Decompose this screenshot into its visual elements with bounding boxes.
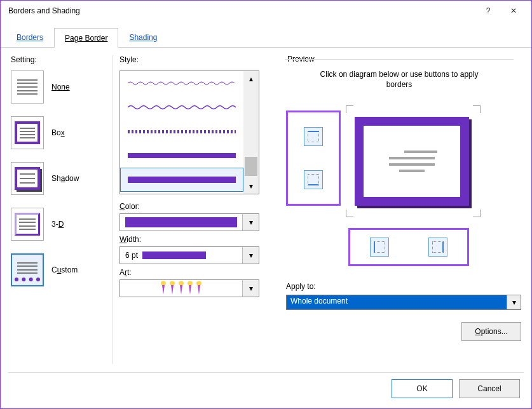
color-dropdown[interactable]: ▾ xyxy=(119,213,259,231)
style-title: Style: xyxy=(119,55,272,64)
preview-area: Click on diagram below or use buttons to… xyxy=(285,59,514,288)
svg-point-4 xyxy=(196,281,201,286)
close-button[interactable]: ✕ xyxy=(501,2,526,20)
chevron-down-icon[interactable]: ▾ xyxy=(242,280,259,297)
options-button[interactable]: Options... xyxy=(461,322,521,341)
setting-box[interactable]: Box xyxy=(11,116,106,149)
footer-buttons: OK Cancel xyxy=(392,379,520,398)
apply-to-label: Apply to: xyxy=(286,282,316,291)
setting-none[interactable]: None xyxy=(11,70,106,104)
scroll-thumb[interactable] xyxy=(245,157,257,176)
apply-to-dropdown[interactable]: Whole document ▾ xyxy=(286,295,521,310)
border-left-button[interactable] xyxy=(370,238,389,257)
preview-column: Preview Click on diagram below or use bu… xyxy=(272,55,514,364)
preview-bottom-buttons-group xyxy=(348,228,469,266)
style-option-2[interactable] xyxy=(120,95,243,119)
setting-column: Setting: None Box Shadow 3-D xyxy=(11,55,106,364)
setting-3d-icon xyxy=(11,208,44,241)
scroll-down-icon[interactable]: ▾ xyxy=(243,178,259,194)
preview-left-buttons-group xyxy=(286,111,341,206)
setting-3d-label: 3-D xyxy=(51,220,64,229)
window-title: Borders and Shading xyxy=(6,6,475,15)
scroll-track[interactable] xyxy=(243,86,259,178)
setting-shadow-label: Shadow xyxy=(51,174,79,183)
chevron-down-icon[interactable]: ▾ xyxy=(507,295,521,309)
border-right-button[interactable] xyxy=(428,238,447,257)
setting-shadow-icon xyxy=(11,162,44,195)
style-option-4[interactable] xyxy=(120,144,243,168)
style-column: Style: ▴ ▾ Color: ▾ Width: 6 pt ▾ xyxy=(119,55,272,364)
style-option-1[interactable] xyxy=(120,71,243,95)
close-icon: ✕ xyxy=(510,6,517,15)
art-value xyxy=(120,280,242,297)
help-icon: ? xyxy=(486,6,491,15)
tab-page-border[interactable]: Page Border xyxy=(54,28,118,48)
setting-none-icon xyxy=(11,70,44,104)
setting-shadow[interactable]: Shadow xyxy=(11,162,106,195)
setting-box-icon xyxy=(11,116,44,149)
ok-button[interactable]: OK xyxy=(392,379,453,398)
style-listbox[interactable]: ▴ ▾ xyxy=(119,70,259,194)
color-value xyxy=(120,214,242,231)
style-scrollbar[interactable]: ▴ ▾ xyxy=(243,71,259,194)
setting-custom-icon xyxy=(11,253,44,286)
footer-separator xyxy=(8,372,524,373)
scroll-up-icon[interactable]: ▴ xyxy=(243,71,259,86)
setting-custom[interactable]: Custom xyxy=(11,253,106,286)
setting-none-label: None xyxy=(51,83,70,91)
svg-point-1 xyxy=(170,281,175,286)
border-bottom-button[interactable] xyxy=(304,170,323,189)
preview-hint: Click on diagram below or use buttons to… xyxy=(310,70,488,90)
setting-title: Setting: xyxy=(11,55,106,64)
help-button[interactable]: ? xyxy=(475,2,501,20)
chevron-down-icon[interactable]: ▾ xyxy=(242,247,259,264)
crop-mark xyxy=(473,105,481,113)
preview-page-diagram[interactable] xyxy=(355,117,469,206)
svg-point-3 xyxy=(188,281,193,286)
svg-point-2 xyxy=(179,281,184,286)
tab-borders[interactable]: Borders xyxy=(6,27,54,47)
art-label: Art: xyxy=(119,268,272,277)
art-dropdown[interactable]: ▾ xyxy=(119,279,259,297)
setting-custom-label: Custom xyxy=(51,265,78,274)
chevron-down-icon[interactable]: ▾ xyxy=(242,214,259,231)
width-dropdown[interactable]: 6 pt ▾ xyxy=(119,246,259,264)
style-option-5[interactable] xyxy=(120,168,243,192)
tab-shading[interactable]: Shading xyxy=(118,27,168,47)
svg-point-0 xyxy=(161,281,166,286)
setting-3d[interactable]: 3-D xyxy=(11,208,106,241)
setting-box-label: Box xyxy=(51,128,65,137)
tab-strip: Borders Page Border Shading xyxy=(1,21,531,48)
crop-mark xyxy=(473,210,481,217)
crop-mark xyxy=(346,210,353,217)
apply-to-value: Whole document xyxy=(287,295,507,309)
width-label: Width: xyxy=(119,235,272,244)
title-bar: Borders and Shading ? ✕ xyxy=(1,1,531,21)
border-top-button[interactable] xyxy=(304,127,323,146)
cancel-button[interactable]: Cancel xyxy=(459,379,520,398)
width-value: 6 pt xyxy=(120,247,242,264)
style-option-3[interactable] xyxy=(120,119,243,144)
crop-mark xyxy=(346,105,353,113)
color-label: Color: xyxy=(119,202,272,211)
divider-1 xyxy=(113,55,113,364)
